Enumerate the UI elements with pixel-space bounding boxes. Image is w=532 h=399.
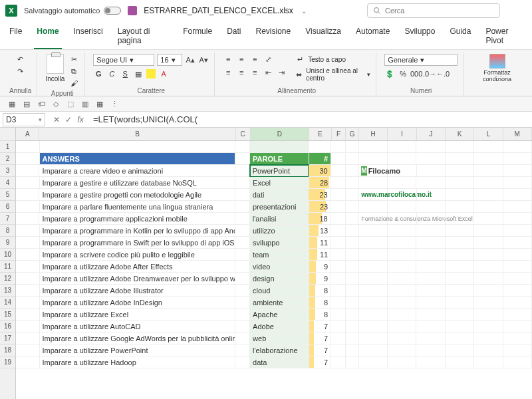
row-header[interactable]: 8 bbox=[0, 225, 15, 237]
autosave-toggle[interactable]: Salvataggio automatico bbox=[24, 7, 121, 15]
brand-logo[interactable]: MFilocamo bbox=[358, 165, 388, 177]
cell[interactable]: l'elaborazione bbox=[250, 344, 309, 356]
cell[interactable] bbox=[503, 309, 532, 321]
cell[interactable] bbox=[503, 297, 532, 309]
cell[interactable] bbox=[235, 321, 250, 332]
cell[interactable]: team bbox=[250, 249, 309, 261]
cell[interactable] bbox=[416, 344, 445, 356]
cell[interactable] bbox=[331, 153, 346, 165]
cell[interactable] bbox=[503, 261, 532, 273]
cell[interactable]: 7 bbox=[309, 344, 332, 356]
row-header[interactable]: 12 bbox=[0, 273, 15, 285]
cell[interactable] bbox=[474, 297, 503, 309]
table-row[interactable] bbox=[16, 141, 532, 153]
cell[interactable]: Adobe bbox=[250, 321, 309, 332]
cell[interactable] bbox=[474, 249, 503, 261]
cell[interactable] bbox=[503, 213, 532, 225]
cell[interactable] bbox=[388, 237, 416, 249]
cell[interactable] bbox=[503, 273, 532, 285]
cell[interactable]: 8 bbox=[309, 309, 332, 321]
row-header[interactable]: 7 bbox=[0, 213, 15, 225]
cell[interactable] bbox=[416, 249, 445, 261]
cell[interactable] bbox=[446, 213, 474, 225]
qat-icon[interactable]: 🏷 bbox=[36, 98, 47, 109]
chevron-down-icon[interactable]: ⌄ bbox=[301, 7, 307, 15]
tab-inserisci[interactable]: Inserisci bbox=[71, 24, 106, 49]
cell[interactable]: # bbox=[309, 153, 332, 165]
cell[interactable] bbox=[474, 165, 503, 177]
align-left-button[interactable]: ≡ bbox=[223, 67, 233, 78]
qat-icon[interactable]: ▤ bbox=[21, 98, 32, 109]
fx-button[interactable]: fx bbox=[76, 115, 85, 124]
cell[interactable] bbox=[346, 153, 359, 165]
cell[interactable] bbox=[331, 356, 346, 368]
col-header-J[interactable]: J bbox=[417, 128, 446, 140]
italic-button[interactable]: C bbox=[106, 68, 117, 79]
cell[interactable] bbox=[359, 297, 388, 309]
cell[interactable]: Imparare a programmare applicazioni mobi… bbox=[39, 213, 235, 225]
table-row[interactable]: ANSWERSPAROLE# bbox=[16, 153, 532, 165]
cell[interactable] bbox=[346, 213, 359, 225]
dec-decimal-button[interactable]: ←.0 bbox=[438, 68, 448, 79]
cell[interactable]: Imparare a creare video e animazioni bbox=[39, 165, 235, 177]
cell[interactable] bbox=[331, 165, 346, 177]
cell[interactable] bbox=[359, 261, 388, 273]
cell[interactable] bbox=[235, 177, 250, 189]
cell[interactable] bbox=[388, 309, 416, 321]
cell[interactable] bbox=[40, 141, 236, 153]
cell[interactable]: 13 bbox=[309, 225, 332, 237]
cell[interactable] bbox=[446, 356, 474, 368]
cell[interactable] bbox=[250, 141, 309, 153]
cell[interactable] bbox=[416, 356, 445, 368]
cell[interactable]: ANSWERS bbox=[40, 153, 236, 165]
cell[interactable]: Imparare a utilizzare AutoCAD bbox=[40, 321, 236, 332]
col-header-E[interactable]: E bbox=[309, 128, 331, 140]
col-header-D[interactable]: D bbox=[251, 128, 310, 140]
tab-revisione[interactable]: Revisione bbox=[253, 24, 293, 49]
cell[interactable] bbox=[446, 309, 474, 321]
cell[interactable] bbox=[416, 332, 445, 344]
cell[interactable] bbox=[331, 332, 346, 344]
cell[interactable] bbox=[16, 321, 40, 332]
inc-decimal-button[interactable]: .0→ bbox=[424, 68, 435, 79]
cell[interactable]: data bbox=[250, 356, 309, 368]
cell[interactable] bbox=[331, 261, 346, 273]
cell[interactable] bbox=[446, 189, 474, 201]
tab-dati[interactable]: Dati bbox=[224, 24, 243, 49]
cell[interactable] bbox=[331, 213, 346, 225]
cell[interactable] bbox=[346, 237, 359, 249]
cancel-formula-button[interactable]: ✕ bbox=[52, 115, 61, 124]
cell[interactable]: l'analisi bbox=[250, 213, 309, 225]
cell[interactable] bbox=[331, 285, 346, 297]
row-headers[interactable]: 12345678910111213141516171819 bbox=[0, 128, 16, 399]
cell[interactable] bbox=[416, 309, 445, 321]
cell[interactable] bbox=[446, 261, 474, 273]
cell[interactable]: Imparare a utilizzare Adobe Illustrator bbox=[40, 285, 236, 297]
cell[interactable] bbox=[359, 344, 388, 356]
table-row[interactable]: Imparare a utilizzare Adobe InDesignambi… bbox=[16, 297, 532, 309]
cell[interactable] bbox=[16, 249, 40, 261]
cell[interactable] bbox=[346, 285, 359, 297]
indent-inc-button[interactable]: ⇥ bbox=[276, 67, 287, 78]
qat-icon[interactable]: ⬚ bbox=[65, 98, 76, 109]
cell[interactable] bbox=[331, 297, 346, 309]
cell[interactable]: Apache bbox=[250, 309, 309, 321]
cell[interactable] bbox=[388, 297, 416, 309]
cell[interactable] bbox=[346, 225, 359, 237]
cell[interactable] bbox=[331, 201, 346, 213]
cell[interactable] bbox=[388, 249, 416, 261]
row-header[interactable]: 2 bbox=[0, 153, 15, 165]
cell[interactable] bbox=[16, 261, 40, 273]
cell[interactable] bbox=[388, 153, 416, 165]
merge-center-button[interactable]: ⬌Unisci e allinea al centro▾ bbox=[295, 67, 370, 82]
cell[interactable] bbox=[235, 213, 250, 225]
cell[interactable] bbox=[416, 321, 445, 332]
font-color-button[interactable]: A bbox=[158, 68, 169, 79]
percent-button[interactable]: % bbox=[398, 68, 408, 79]
cell[interactable] bbox=[235, 356, 250, 368]
cell[interactable] bbox=[346, 297, 359, 309]
cell[interactable] bbox=[474, 189, 503, 201]
cell[interactable] bbox=[331, 141, 346, 153]
cell[interactable] bbox=[474, 356, 503, 368]
row-header[interactable]: 10 bbox=[0, 249, 15, 261]
